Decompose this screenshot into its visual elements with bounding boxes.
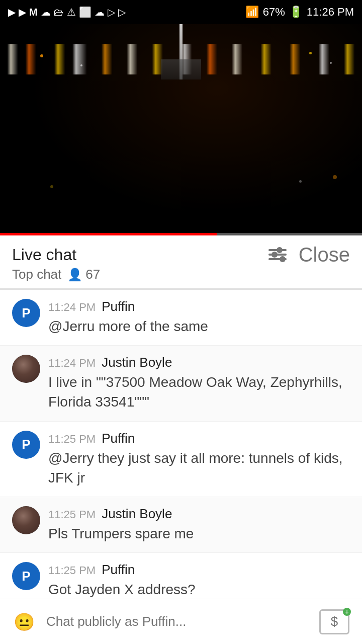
message-content: 11:24 PM Justin Boyle I live in ""37500 … xyxy=(48,355,350,412)
battery-icon: 🔋 xyxy=(289,6,303,19)
viewers-icon: 👤 xyxy=(67,268,82,282)
time-display: 11:26 PM xyxy=(307,6,354,19)
light-dot xyxy=(309,52,312,54)
video-content xyxy=(0,24,362,235)
avatar: P xyxy=(12,431,40,459)
wifi-icon: 📶 xyxy=(245,6,259,19)
light-dot xyxy=(330,62,332,64)
table-row: 11:25 PM Justin Boyle Pls Trumpers spare… xyxy=(0,497,362,553)
avatar-photo-inner xyxy=(12,355,40,383)
message-meta: 11:25 PM Puffin xyxy=(48,431,350,446)
slider-line-2 xyxy=(268,254,287,256)
message-content: 11:24 PM Puffin @Jerru more of the same xyxy=(48,299,350,336)
cloud-icon: ☁ xyxy=(41,6,51,18)
top-chat-label: Top chat xyxy=(12,267,61,282)
light-dot xyxy=(333,175,337,179)
message-content: 11:25 PM Puffin Got Jayden X address? xyxy=(48,562,350,599)
message-text: @Jerry they just say it all more: tunnel… xyxy=(48,450,343,486)
video-progress-fill xyxy=(0,233,217,235)
chat-header: Live chat Close Top chat 👤 67 xyxy=(0,235,362,289)
message-content: 11:25 PM Justin Boyle Pls Trumpers spare… xyxy=(48,506,350,543)
table-row: P 11:25 PM Puffin @Jerry they just say i… xyxy=(0,422,362,497)
message-author: Justin Boyle xyxy=(102,506,172,522)
slider-line-3 xyxy=(268,258,287,260)
dollar-icon: $ xyxy=(331,614,338,629)
notification-icon: ▶ xyxy=(8,6,16,18)
close-icon[interactable]: Close xyxy=(299,245,350,265)
message-meta: 11:24 PM Puffin xyxy=(48,299,350,314)
chat-subtitle: Top chat 👤 67 xyxy=(12,267,350,282)
chat-title: Live chat xyxy=(12,246,76,264)
chat-header-top: Live chat Close xyxy=(12,245,350,265)
viewer-count: 👤 67 xyxy=(67,267,100,282)
message-time: 11:25 PM xyxy=(48,433,96,446)
message-text: I live in ""37500 Meadow Oak Way, Zephyr… xyxy=(48,374,342,410)
superchat-indicator: + xyxy=(343,608,351,616)
light-dot xyxy=(50,185,53,188)
message-meta: 11:24 PM Justin Boyle xyxy=(48,355,350,370)
message-time: 11:24 PM xyxy=(48,357,96,370)
filter-icon[interactable] xyxy=(268,249,287,260)
chat-input-field[interactable] xyxy=(46,608,309,636)
light-dot xyxy=(299,180,302,183)
chat-input-bar: 😐 $ + xyxy=(0,599,362,644)
message-text: Got Jayden X address? xyxy=(48,582,196,597)
video-tower-base xyxy=(161,59,201,79)
message-author: Puffin xyxy=(102,562,135,578)
light-dot xyxy=(80,64,82,66)
chat-header-actions: Close xyxy=(268,245,350,265)
slider-line-1 xyxy=(268,249,287,251)
video-player[interactable] xyxy=(0,24,362,235)
avatar-photo-inner xyxy=(12,506,40,534)
viewer-number: 67 xyxy=(85,267,100,282)
message-author: Puffin xyxy=(102,299,135,314)
avatar xyxy=(12,506,40,534)
play2-icon: ▷ xyxy=(118,6,126,18)
video-progress-bar[interactable] xyxy=(0,233,362,235)
warning-icon: ⚠ xyxy=(67,6,76,18)
chat-messages-list: P 11:24 PM Puffin @Jerru more of the sam… xyxy=(0,290,362,644)
avatar: P xyxy=(12,299,40,327)
soundcloud-icon: ☁ xyxy=(95,6,105,18)
message-text: @Jerru more of the same xyxy=(48,318,208,334)
message-content: 11:25 PM Puffin @Jerry they just say it … xyxy=(48,431,350,488)
battery-level: 67% xyxy=(263,6,285,19)
emoji-icon: 😐 xyxy=(14,612,35,632)
message-author: Puffin xyxy=(102,431,135,446)
message-time: 11:24 PM xyxy=(48,301,96,314)
status-icons: ▶ ▶ M ☁ 🗁 ⚠ ⬜ ☁ ▷ ▷ xyxy=(8,6,126,18)
status-bar: ▶ ▶ M ☁ 🗁 ⚠ ⬜ ☁ ▷ ▷ 📶 67% 🔋 11:26 PM xyxy=(0,0,362,24)
message-time: 11:25 PM xyxy=(48,508,96,521)
light-dot xyxy=(40,54,43,57)
send-button[interactable]: $ + xyxy=(317,608,352,636)
message-time: 11:25 PM xyxy=(48,564,96,577)
send-icon: $ + xyxy=(319,609,349,634)
status-indicators: 📶 67% 🔋 11:26 PM xyxy=(245,6,354,19)
table-row: 11:24 PM Justin Boyle I live in ""37500 … xyxy=(0,346,362,421)
play-icon: ▷ xyxy=(108,6,115,18)
table-row: P 11:24 PM Puffin @Jerru more of the sam… xyxy=(0,290,362,346)
youtube-icon: ▶ xyxy=(19,6,26,18)
avatar xyxy=(12,355,40,383)
app-icon-m: M xyxy=(29,7,38,18)
message-author: Justin Boyle xyxy=(102,355,172,370)
avatar: P xyxy=(12,562,40,590)
folder-icon: 🗁 xyxy=(54,7,64,18)
image-icon: ⬜ xyxy=(79,6,92,18)
emoji-button[interactable]: 😐 xyxy=(10,608,38,636)
message-text: Pls Trumpers spare me xyxy=(48,526,194,541)
message-meta: 11:25 PM Justin Boyle xyxy=(48,506,350,522)
message-meta: 11:25 PM Puffin xyxy=(48,562,350,578)
